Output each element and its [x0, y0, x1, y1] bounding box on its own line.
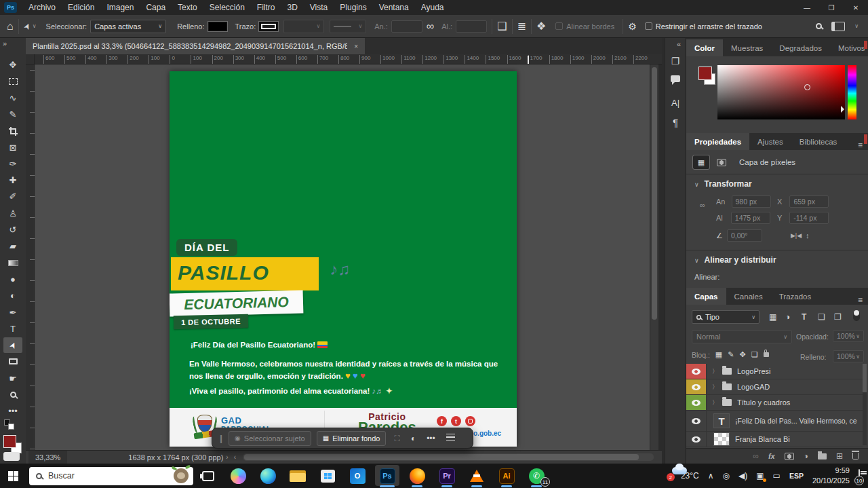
photoshop-taskbar-button[interactable]: Ps — [372, 464, 402, 488]
hand-tool[interactable]: ☛ — [3, 371, 22, 386]
filter-adjustment-icon[interactable]: ◑ — [785, 312, 790, 322]
taskbar-search[interactable]: Buscar — [29, 467, 193, 485]
filter-toggle[interactable] — [853, 310, 860, 321]
visibility-eye-icon[interactable] — [692, 369, 701, 375]
layer-row[interactable]: 〉LogoGAD — [686, 379, 863, 395]
blur-tool[interactable]: ● — [3, 271, 22, 287]
history-panel-icon[interactable]: ❐ — [665, 56, 686, 67]
menu-item-plugins[interactable]: Plugins — [334, 0, 372, 15]
lock-transparency-icon[interactable]: ▦ — [715, 350, 722, 359]
path-arrangement-icon[interactable]: ❖ — [536, 20, 546, 33]
select-mode-dropdown[interactable]: Capas activas∨ — [90, 20, 166, 33]
expand-panels-icon[interactable]: « — [677, 40, 681, 48]
firefox-button[interactable] — [402, 464, 432, 488]
lock-pixels-icon[interactable]: ✎ — [728, 350, 734, 359]
screen-mode-button[interactable] — [3, 452, 20, 461]
new-group-icon[interactable] — [818, 453, 827, 459]
notification-center[interactable]: 10 — [859, 470, 860, 482]
brush-tool[interactable]: ✐ — [3, 189, 22, 204]
minimize-button[interactable]: — — [795, 0, 819, 15]
rectangular-marquee-tool[interactable] — [3, 73, 22, 89]
character-panel-icon[interactable]: A| — [665, 98, 686, 108]
expand-chevron-icon[interactable]: 〉 — [712, 367, 718, 376]
visibility-eye-icon[interactable] — [692, 400, 701, 406]
restringir-checkbox[interactable] — [645, 22, 652, 30]
pixel-layer-icon[interactable]: ▦ — [693, 155, 709, 169]
menu-item-archivo[interactable]: Archivo — [22, 0, 62, 15]
tab-color[interactable]: Color — [686, 39, 723, 56]
home-icon[interactable]: ⌂ — [7, 20, 14, 33]
foreground-color-chip[interactable] — [698, 67, 712, 80]
gradient-tool[interactable] — [3, 255, 22, 271]
menu-item-filtro[interactable]: Filtro — [251, 0, 281, 15]
color-picker-ring[interactable] — [804, 84, 810, 90]
file-explorer-button[interactable] — [283, 464, 313, 488]
microsoft-store-button[interactable] — [313, 464, 342, 488]
eyedropper-tool[interactable]: ✑ — [3, 156, 22, 172]
menu-item-capa[interactable]: Capa — [140, 0, 172, 15]
layer-style-icon[interactable]: fx — [768, 452, 775, 460]
whatsapp-button[interactable]: ✆ 11 — [521, 464, 551, 488]
lock-all-icon[interactable] — [764, 352, 769, 357]
tab-bibliotecas[interactable]: Bibliotecas — [791, 133, 846, 150]
workspace-chevron-icon[interactable]: ∨ — [854, 23, 859, 29]
layer-row[interactable]: 〉Título y cuadros — [686, 395, 863, 411]
menu-item-imagen[interactable]: Imagen — [100, 0, 140, 15]
premiere-button[interactable]: Pr — [432, 464, 462, 488]
quick-selection-tool[interactable]: ✎ — [3, 107, 22, 122]
fill-swatch[interactable] — [208, 22, 227, 31]
document-tab[interactable]: Plantilla 2025.psd al 33,3% (504664122_5… — [26, 38, 365, 54]
lock-artboard-icon[interactable]: ❏ — [751, 350, 758, 359]
tab-trazados[interactable]: Trazados — [771, 288, 820, 305]
history-brush-tool[interactable]: ↺ — [3, 222, 22, 238]
layers-scrollbar[interactable] — [863, 364, 867, 445]
align-section-title[interactable]: Alinear y distribuir — [705, 255, 776, 265]
network-icon[interactable]: ▭ — [773, 471, 781, 481]
tab-degradados[interactable]: Degradados — [771, 39, 830, 56]
more-options-icon[interactable]: ••• — [424, 434, 438, 443]
properties-sliders-icon[interactable] — [443, 434, 458, 443]
expand-chevron-icon[interactable]: 〉 — [712, 398, 718, 407]
layer-row[interactable]: Franja Blanca Bi — [686, 432, 863, 447]
flip-vertical-icon[interactable]: ↕ — [806, 231, 810, 240]
workspace-icon[interactable] — [831, 22, 845, 31]
type-tool[interactable]: T — [3, 321, 22, 337]
menu-item-3d[interactable]: 3D — [281, 0, 303, 15]
start-button[interactable] — [8, 471, 18, 481]
outlook-button[interactable]: O — [342, 464, 372, 488]
panel-menu-icon[interactable]: ≡ — [852, 295, 868, 305]
mask-icon[interactable] — [713, 155, 730, 169]
expand-chevron-icon[interactable]: 〉 — [712, 383, 718, 392]
zoom-level[interactable]: 33,33% — [28, 451, 67, 464]
zoom-tool[interactable] — [3, 387, 22, 402]
copilot-button[interactable] — [223, 464, 253, 488]
rectangle-tool[interactable] — [3, 354, 22, 369]
menu-item-selección[interactable]: Selección — [203, 0, 251, 15]
visibility-eye-icon[interactable] — [692, 436, 701, 443]
new-layer-icon[interactable]: ⊞ — [836, 451, 843, 461]
clock[interactable]: 9:59 20/10/2025 — [812, 466, 850, 486]
language-indicator[interactable]: ESP — [789, 472, 804, 480]
vlc-button[interactable] — [462, 464, 492, 488]
pen-tool[interactable]: ✒ — [3, 305, 22, 320]
close-button[interactable]: ✕ — [844, 0, 868, 15]
filter-smartobject-icon[interactable]: ❐ — [834, 312, 842, 322]
tab-propiedades[interactable]: Propiedades — [686, 133, 749, 150]
crop-tool[interactable] — [3, 123, 22, 138]
lasso-tool[interactable]: ∿ — [3, 90, 22, 106]
tool-preset-chevron-icon[interactable]: ∨ — [33, 23, 37, 29]
path-operations-icon[interactable]: ❑ — [497, 20, 507, 33]
tray-expand-icon[interactable]: ∧ — [708, 471, 714, 481]
illustrator-button[interactable]: Ai — [492, 464, 521, 488]
eraser-tool[interactable]: ▰ — [3, 238, 22, 254]
layer-row[interactable]: 〉LogoPresi — [686, 364, 863, 379]
path-selection-tool[interactable]: ➤ — [3, 337, 22, 353]
search-icon[interactable] — [816, 23, 822, 29]
tray-person-icon[interactable]: ◎ — [723, 471, 730, 481]
edge-button[interactable] — [253, 464, 283, 488]
poster-canvas[interactable]: DÍA DEL PASILLO ♪♫ ECUATORIANO 1 DE OCTU… — [170, 71, 517, 447]
menu-item-edición[interactable]: Edición — [62, 0, 100, 15]
flip-horizontal-icon[interactable]: ▶|◀ — [791, 232, 802, 239]
visibility-eye-icon[interactable] — [692, 418, 701, 424]
layer-filter-dropdown[interactable]: Tipo ∨ — [692, 310, 760, 324]
